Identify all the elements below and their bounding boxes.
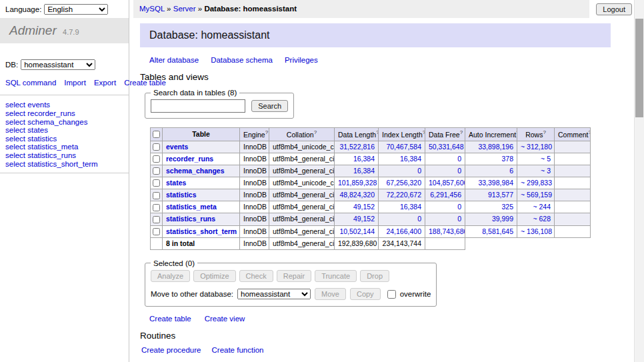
row-checkbox[interactable] (153, 192, 160, 199)
column-header-data-length[interactable]: Data Length? (335, 128, 379, 141)
index-length-link[interactable]: 67,256,320 (386, 179, 421, 187)
table-link-statistics-short-term[interactable]: statistics_short_term (166, 227, 237, 235)
index-length-link[interactable]: 0 (417, 215, 421, 223)
sidebar-table-select-statistics-meta[interactable]: select statistics_meta (5, 143, 123, 151)
db-nav-database-schema[interactable]: Database schema (211, 56, 273, 64)
auto-increment-link[interactable]: 325 (501, 203, 513, 211)
help-icon[interactable]: ? (589, 129, 591, 135)
overwrite-checkbox[interactable] (387, 290, 396, 299)
column-header-table[interactable]: Table (163, 128, 240, 141)
sidebar-table-select-statistics-runs[interactable]: select statistics_runs (5, 151, 123, 160)
sidebar-table-select-statistics[interactable]: select statistics (5, 135, 123, 143)
rows-count-link[interactable]: ~ 628 (533, 215, 551, 223)
index-length-link[interactable]: 16,384 (400, 203, 421, 211)
row-checkbox[interactable] (153, 204, 160, 211)
vertical-scrollbar[interactable] (634, 0, 644, 362)
data-free-link[interactable]: 104,857,600 (429, 179, 465, 187)
rows-count-link[interactable]: ~ 136,108 (521, 227, 552, 235)
index-length-link[interactable]: 24,166,400 (386, 227, 421, 235)
create-create-view[interactable]: Create view (205, 315, 245, 323)
help-icon[interactable]: ? (423, 129, 425, 135)
db-nav-privileges[interactable]: Privileges (285, 56, 318, 64)
auto-increment-link[interactable]: 33,398,984 (478, 179, 513, 187)
column-header-engine[interactable]: Engine? (240, 128, 269, 141)
copy-button[interactable]: Copy (350, 288, 381, 300)
data-free-link[interactable]: 0 (457, 203, 461, 211)
scrollbar-thumb[interactable] (635, 19, 643, 117)
sidebar-table-select-statistics-short-term[interactable]: select statistics_short_term (5, 160, 123, 169)
row-checkbox[interactable] (153, 216, 160, 223)
index-length-link[interactable]: 72,220,672 (386, 191, 421, 199)
search-button[interactable]: Search (251, 100, 288, 112)
help-icon[interactable]: ? (314, 129, 317, 135)
index-length-link[interactable]: 16,384 (400, 155, 421, 163)
check-button[interactable]: Check (239, 270, 273, 282)
table-link-events[interactable]: events (166, 143, 188, 151)
column-header-auto-increment[interactable]: Auto Increment? (465, 128, 517, 141)
row-checkbox[interactable] (153, 167, 160, 175)
sidebar-action-export[interactable]: Export (94, 79, 116, 87)
data-length-link[interactable]: 49,152 (353, 215, 375, 223)
auto-increment-link[interactable]: 33,898,196 (478, 143, 513, 151)
data-length-link[interactable]: 101,859,328 (338, 179, 377, 187)
select-all-checkbox[interactable] (153, 131, 160, 138)
truncate-button[interactable]: Truncate (315, 270, 357, 282)
rows-count-link[interactable]: ~ 5 (541, 155, 551, 163)
analyze-button[interactable]: Analyze (151, 270, 190, 282)
rows-count-link[interactable]: ~ 3 (541, 167, 551, 175)
row-checkbox[interactable] (153, 143, 160, 151)
auto-increment-link[interactable]: 6 (509, 167, 513, 175)
rows-count-link[interactable]: ~ 569,159 (521, 191, 552, 199)
routines-create-function[interactable]: Create function (212, 346, 264, 354)
column-header-comment[interactable]: Comment? (555, 128, 591, 141)
table-link-recorder-runs[interactable]: recorder_runs (166, 155, 213, 163)
auto-increment-link[interactable]: 8,581,645 (482, 227, 513, 235)
logout-button[interactable]: Logout (596, 3, 632, 15)
rows-count-link[interactable]: ~ 244 (533, 203, 551, 211)
table-link-statistics-runs[interactable]: statistics_runs (166, 215, 215, 223)
data-free-link[interactable]: 50,331,648 (429, 143, 464, 151)
table-link-statistics-meta[interactable]: statistics_meta (166, 203, 217, 211)
data-length-link[interactable]: 16,384 (353, 167, 375, 175)
data-length-link[interactable]: 48,824,320 (339, 191, 375, 199)
routines-create-procedure[interactable]: Create procedure (141, 346, 201, 354)
data-free-link[interactable]: 0 (457, 155, 461, 163)
db-nav-alter-database[interactable]: Alter database (149, 56, 199, 64)
help-icon[interactable]: ? (543, 129, 545, 135)
data-free-link[interactable]: 0 (457, 167, 461, 175)
index-length-link[interactable]: 0 (417, 167, 421, 175)
column-header-rows[interactable]: Rows? (517, 128, 555, 141)
auto-increment-link[interactable]: 39,999 (492, 215, 513, 223)
sidebar-table-select-states[interactable]: select states (5, 126, 123, 135)
data-free-link[interactable]: 6,291,456 (430, 191, 461, 199)
auto-increment-link[interactable]: 378 (501, 155, 513, 163)
move-button[interactable]: Move (315, 288, 346, 300)
row-checkbox[interactable] (153, 155, 160, 163)
rows-count-link[interactable]: ~ 299,833 (521, 179, 552, 187)
column-header-collation[interactable]: Collation? (269, 128, 335, 141)
help-icon[interactable]: ? (460, 129, 463, 135)
row-checkbox[interactable] (153, 179, 160, 187)
help-icon[interactable]: ? (265, 129, 268, 135)
move-db-select[interactable]: homeassistant (237, 289, 311, 299)
data-free-link[interactable]: 188,743,680 (429, 227, 465, 235)
index-length-link[interactable]: 70,467,584 (386, 143, 421, 151)
data-length-link[interactable]: 16,384 (353, 155, 375, 163)
data-free-link[interactable]: 0 (457, 215, 461, 223)
create-create-table[interactable]: Create table (149, 315, 191, 323)
data-length-link[interactable]: 31,522,816 (339, 143, 375, 151)
sidebar-action-import[interactable]: Import (64, 79, 86, 87)
optimize-button[interactable]: Optimize (193, 270, 235, 282)
data-length-link[interactable]: 49,152 (353, 203, 375, 211)
db-select[interactable]: homeassistant (21, 59, 95, 70)
breadcrumb-link-server[interactable]: Server (173, 5, 196, 13)
repair-button[interactable]: Repair (277, 270, 311, 282)
auto-increment-link[interactable]: 913,577 (488, 191, 513, 199)
sidebar-action-sql-command[interactable]: SQL command (5, 79, 56, 87)
rows-count-link[interactable]: ~ 312,180 (521, 143, 552, 151)
search-input[interactable] (151, 99, 245, 113)
sidebar-table-select-recorder-runs[interactable]: select recorder_runs (5, 109, 123, 118)
data-length-link[interactable]: 10,502,144 (339, 227, 375, 235)
table-link-schema-changes[interactable]: schema_changes (166, 167, 225, 175)
row-checkbox[interactable] (153, 228, 160, 235)
